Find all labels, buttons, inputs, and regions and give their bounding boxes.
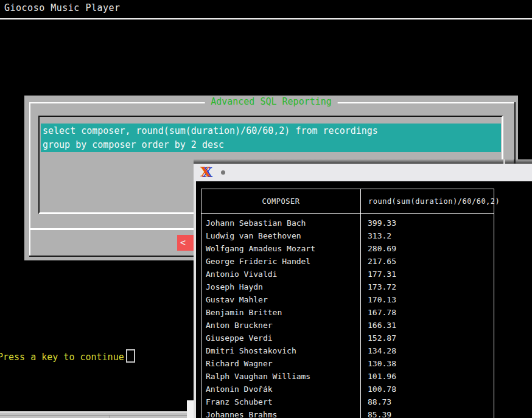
x-logo-icon: XX (200, 165, 215, 179)
table-row: Dmitri Shostakovich134.28 (201, 344, 494, 357)
terminal-cursor (126, 349, 135, 363)
hours-cell: 313.2 (361, 229, 494, 242)
table-row: Richard Wagner130.38 (201, 357, 494, 370)
table-row: Johannes Brahms85.39 (201, 408, 494, 418)
table-row: Joseph Haydn173.72 (201, 280, 494, 293)
table-row: Ralph Vaughan Williams101.96 (201, 370, 494, 383)
top-edge-tick-dark (514, 159, 516, 164)
table-row: Gustav Mahler170.13 (201, 293, 494, 306)
table-header-row: COMPOSER round(sum(duration)/60/60,2) (201, 189, 494, 214)
composer-cell: George Frideric Handel (201, 255, 361, 268)
hours-cell: 399.33 (361, 214, 494, 230)
column-header-composer: COMPOSER (201, 189, 361, 214)
header-divider (0, 18, 532, 19)
composer-cell: Ralph Vaughan Williams (201, 370, 361, 383)
bottom-strip-tick (110, 415, 110, 418)
bottom-strip-right-cap (187, 400, 194, 418)
composer-cell: Gustav Mahler (201, 293, 361, 306)
composer-cell: Richard Wagner (201, 357, 361, 370)
sql-query-text[interactable]: select composer, round(sum(duration)/60/… (41, 124, 501, 152)
press-key-prompt: Press a key to continue (0, 349, 135, 363)
hours-cell: 173.72 (361, 280, 494, 293)
app-title: Giocoso Music Player (4, 2, 121, 13)
hours-cell: 166.31 (361, 319, 494, 332)
hours-cell: 177.31 (361, 268, 494, 280)
hours-cell: 217.65 (361, 255, 494, 268)
table-row: Ludwig van Beethoven313.2 (201, 229, 494, 242)
hours-cell: 85.39 (361, 408, 494, 418)
hours-cell: 88.73 (361, 395, 494, 408)
composer-cell: Giuseppe Verdi (201, 332, 361, 344)
hours-cell: 101.96 (361, 370, 494, 383)
results-window-content: COMPOSER round(sum(duration)/60/60,2) Jo… (194, 181, 532, 418)
hours-cell: 152.87 (361, 332, 494, 344)
table-row: Antonio Vivaldi177.31 (201, 268, 494, 280)
composer-cell: Franz Schubert (201, 395, 361, 408)
table-row: Franz Schubert88.73 (201, 395, 494, 408)
composer-cell: Antonio Vivaldi (201, 268, 361, 280)
table-row: Wolfgang Amadeus Mozart280.69 (201, 242, 494, 255)
hours-cell: 100.78 (361, 383, 494, 395)
table-row: Anton Bruckner166.31 (201, 319, 494, 332)
dialog-title: Advanced SQL Reporting (205, 97, 338, 107)
table-row: George Frideric Handel217.65 (201, 255, 494, 268)
composer-cell: Benjamin Britten (201, 306, 361, 319)
sql-line-1: select composer, round(sum(duration)/60/… (41, 124, 501, 138)
column-header-round: round(sum(duration)/60/60,2) (361, 189, 494, 214)
hours-cell: 280.69 (361, 242, 494, 255)
composer-cell: Antonin Dvořák (201, 383, 361, 395)
table-row: Giuseppe Verdi152.87 (201, 332, 494, 344)
composer-cell: Wolfgang Amadeus Mozart (201, 242, 361, 255)
hours-cell: 130.38 (361, 357, 494, 370)
results-window: XX COMPOSER round(sum(duration)/60/60,2)… (194, 159, 532, 418)
results-table: COMPOSER round(sum(duration)/60/60,2) Jo… (201, 189, 494, 418)
composer-cell: Johannes Brahms (201, 408, 361, 418)
bottom-strip-line (0, 415, 194, 416)
results-window-titlebar[interactable]: XX (194, 164, 532, 181)
table-row: Johann Sebastian Bach399.33 (201, 214, 494, 230)
results-table-body: Johann Sebastian Bach399.33Ludwig van Be… (201, 214, 494, 418)
composer-cell: Anton Bruckner (201, 319, 361, 332)
hours-cell: 134.28 (361, 344, 494, 357)
composer-cell: Johann Sebastian Bach (201, 214, 361, 230)
table-row: Antonin Dvořák100.78 (201, 383, 494, 395)
press-key-text: Press a key to continue (0, 352, 124, 363)
table-row: Benjamin Britten167.78 (201, 306, 494, 319)
sql-line-2: group by composer order by 2 desc (41, 138, 501, 152)
titlebar-dot-icon (221, 170, 225, 175)
dialog-border-left (29, 102, 30, 257)
window-top-edge (194, 159, 532, 164)
composer-cell: Dmitri Shostakovich (201, 344, 361, 357)
hours-cell: 167.78 (361, 306, 494, 319)
composer-cell: Ludwig van Beethoven (201, 229, 361, 242)
hours-cell: 170.13 (361, 293, 494, 306)
composer-cell: Joseph Haydn (201, 280, 361, 293)
background-window-top-edge[interactable] (0, 411, 194, 418)
top-edge-tick-light (503, 159, 505, 164)
